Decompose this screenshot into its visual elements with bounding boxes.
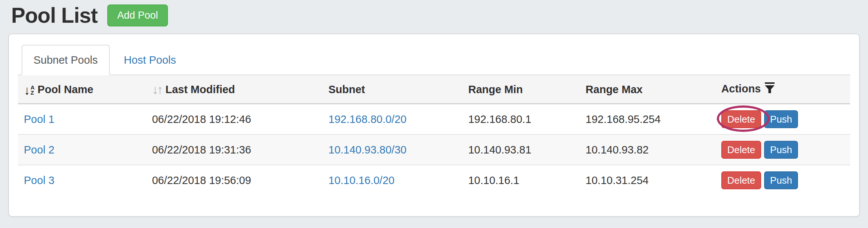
column-label: Last Modified (165, 83, 235, 95)
subnet-link[interactable]: 192.168.80.0/20 (328, 113, 407, 125)
filter-icon[interactable] (764, 84, 775, 96)
range-min-cell: 10.140.93.81 (462, 134, 579, 165)
column-label: Pool Name (38, 83, 93, 95)
range-min-cell: 10.10.16.1 (462, 165, 579, 195)
last-modified-cell: 06/22/2018 19:56:09 (146, 165, 322, 195)
column-label: Range Max (586, 83, 643, 95)
page-title: Pool List (11, 3, 98, 28)
column-header-pool-name[interactable]: ↓AZPool Name (18, 75, 146, 104)
range-max-cell: 10.10.31.254 (580, 165, 715, 195)
push-button[interactable]: Push (764, 171, 798, 189)
pool-name-link[interactable]: Pool 2 (24, 144, 54, 156)
pool-name-link[interactable]: Pool 3 (24, 174, 54, 186)
column-header-actions: Actions (715, 75, 850, 104)
delete-button[interactable]: Delete (721, 110, 761, 128)
pool-table: ↓AZPool Name ↓↑Last Modified Subnet Rang… (18, 75, 850, 195)
column-header-range-max: Range Max (580, 75, 715, 104)
page-header: Pool List Add Pool (11, 3, 868, 28)
range-max-cell: 192.168.95.254 (580, 104, 715, 135)
tab-host-pools[interactable]: Host Pools (112, 45, 188, 75)
last-modified-cell: 06/22/2018 19:31:36 (146, 134, 322, 165)
table-header-row: ↓AZPool Name ↓↑Last Modified Subnet Rang… (18, 75, 850, 104)
subnet-link[interactable]: 10.10.16.0/20 (328, 174, 394, 186)
table-row: Pool 3 06/22/2018 19:56:09 10.10.16.0/20… (18, 165, 850, 195)
range-min-cell: 192.168.80.1 (462, 104, 579, 135)
add-pool-button[interactable]: Add Pool (107, 4, 168, 26)
table-row: Pool 2 06/22/2018 19:31:36 10.140.93.80/… (18, 134, 850, 165)
subnet-link[interactable]: 10.140.93.80/30 (328, 144, 407, 156)
column-header-range-min: Range Min (462, 75, 579, 104)
column-label: Subnet (328, 83, 365, 95)
column-header-last-modified[interactable]: ↓↑Last Modified (146, 75, 322, 104)
pool-name-link[interactable]: Pool 1 (24, 113, 54, 125)
push-button[interactable]: Push (764, 110, 798, 128)
table-row: Pool 1 06/22/2018 19:12:46 192.168.80.0/… (18, 104, 850, 135)
sort-alpha-asc-icon[interactable]: ↓AZ (24, 85, 35, 96)
column-label: Range Min (468, 83, 523, 95)
delete-button[interactable]: Delete (721, 171, 761, 189)
pool-list-panel: Subnet Pools Host Pools ↓AZPool Name ↓↑L… (8, 34, 860, 217)
column-label: Actions (721, 83, 761, 95)
sort-icon[interactable]: ↓↑ (152, 82, 162, 96)
delete-button[interactable]: Delete (721, 141, 761, 159)
column-header-subnet: Subnet (322, 75, 462, 104)
push-button[interactable]: Push (764, 141, 798, 159)
tab-subnet-pools[interactable]: Subnet Pools (22, 45, 110, 75)
tab-bar: Subnet Pools Host Pools (18, 45, 850, 75)
range-max-cell: 10.140.93.82 (580, 134, 715, 165)
last-modified-cell: 06/22/2018 19:12:46 (146, 104, 322, 135)
